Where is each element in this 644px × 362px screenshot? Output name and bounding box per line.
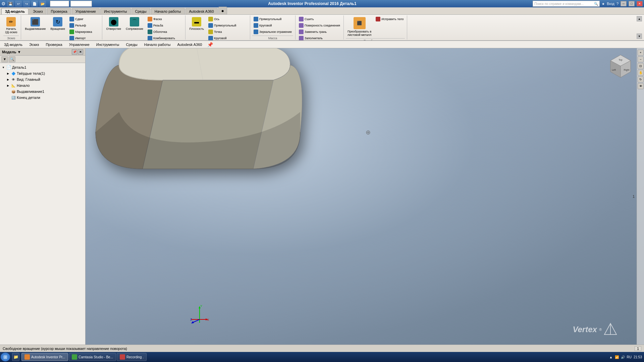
maximize-btn[interactable]: □ <box>629 1 635 6</box>
tree-item-end[interactable]: 🔚 Конец детали <box>5 95 85 101</box>
nav-rotate[interactable]: ↻ <box>638 76 644 82</box>
replace-face-btn[interactable]: Заменить грань <box>298 29 341 35</box>
menu-3d-model[interactable]: 3Д-модель <box>1 42 25 47</box>
nav-fit[interactable]: ⊡ <box>638 63 644 69</box>
tree-icon-part: 📄 <box>6 65 11 70</box>
menu-check[interactable]: Проверка <box>43 42 65 47</box>
menu-pin: 📌 <box>207 42 213 47</box>
point-btn[interactable]: Точка <box>207 29 248 35</box>
tray-arrow[interactable]: ▲ <box>609 355 613 359</box>
minimize-btn[interactable]: ─ <box>621 1 627 6</box>
search-input[interactable]: Поиск по справке и командам... 🔍 <box>533 1 600 7</box>
import-btn[interactable]: Импорт <box>68 35 100 41</box>
taskbar-files[interactable]: 📁 <box>12 353 19 361</box>
qa-new[interactable]: 📄 <box>31 1 38 7</box>
view-cube[interactable]: Top Left Right <box>607 53 634 80</box>
taskbar-inventor[interactable]: Autodesk Inventor Pr... <box>21 353 68 361</box>
view-dropdown[interactable]: По умолч. ▾ <box>70 1 92 7</box>
mass-mirror-btn[interactable]: Зеркальное отражение <box>252 29 293 35</box>
mass-rect-btn[interactable]: Прямоугольный <box>252 16 293 22</box>
chamfer-btn[interactable]: Фаска <box>146 16 183 22</box>
tray-volume[interactable]: 🔊 <box>621 355 625 359</box>
panel-close-btn[interactable]: ✕ <box>78 49 83 55</box>
menu-start[interactable]: Начало работы <box>142 42 173 47</box>
menu-tools[interactable]: Инструменты <box>94 42 122 47</box>
search-tree-btn[interactable]: 🔍 <box>9 56 15 62</box>
nav-zoom-out[interactable]: − <box>638 56 644 62</box>
tab-check[interactable]: Проверка <box>47 8 71 14</box>
ribbon-expand-btn[interactable]: ▼ <box>637 34 642 39</box>
tree-expand-solid[interactable]: ▶ <box>6 71 10 75</box>
ribbon-group-modify: ⬤ Отверстие ⌒ Сопряжение Фаска Резьба Об <box>102 15 185 40</box>
tab-tools[interactable]: Инструменты <box>100 8 131 14</box>
viewport-3d[interactable]: ⊕ X Y Z <box>86 48 644 345</box>
login-btn[interactable]: Вход <box>607 2 614 6</box>
circ-pattern-btn[interactable]: Круговой <box>207 35 248 41</box>
rect-pattern-btn[interactable]: Прямоугольный <box>207 22 248 28</box>
axis-btn[interactable]: Ось <box>207 16 248 22</box>
tree-expand-view[interactable]: ▶ <box>6 77 10 81</box>
tree-item-view[interactable]: ▶ 👁 Вид: Главный <box>5 76 85 82</box>
tree-item-part[interactable]: ▼ 📄 Деталь1 <box>1 64 85 70</box>
style-dropdown[interactable]: Типовые ▾ <box>50 1 69 7</box>
qa-open[interactable]: 📂 <box>39 1 46 7</box>
tab-plus[interactable]: ● <box>218 7 227 14</box>
axis-icon <box>208 17 213 21</box>
emboss-btn[interactable]: Рельеф <box>68 22 100 28</box>
surface-patch-btn[interactable]: Поверхность соединения <box>298 22 341 28</box>
convert-sheet-btn[interactable]: ⬛ Преобразовать влистовой металл <box>346 16 373 38</box>
thread-btn[interactable]: Резьба <box>146 22 183 28</box>
start-button[interactable]: ⊞ <box>1 353 10 361</box>
tab-a360[interactable]: Autodesk A360 <box>185 8 218 14</box>
vertex-text: Vertex <box>573 325 597 334</box>
nav-look-at[interactable]: 👁 <box>638 83 644 89</box>
stitch-btn[interactable]: Сшить <box>298 16 341 22</box>
combine-btn[interactable]: Комбинировать <box>146 35 183 41</box>
close-btn[interactable]: ✕ <box>637 1 643 6</box>
tab-3d-model[interactable]: 3Д-модель <box>1 8 29 14</box>
revolve-btn[interactable]: ↻ Вращение <box>49 16 67 32</box>
menu-sketch[interactable]: Эскиз <box>26 42 42 47</box>
tab-manage[interactable]: Управление <box>72 8 100 14</box>
mass-circ-icon <box>254 23 258 28</box>
tree-item-origin[interactable]: ▶ 📐 Начало <box>5 82 85 88</box>
tab-sketch[interactable]: Эскиз <box>29 8 46 14</box>
nav-zoom-in[interactable]: + <box>638 50 644 56</box>
extrude-btn[interactable]: ⬛ Выдавливание <box>23 16 47 32</box>
filter-btn[interactable]: ▼ <box>1 56 8 62</box>
menu-environments[interactable]: Среды <box>123 42 140 47</box>
tree-item-solid[interactable]: ▶ 🔷 Твёрдые тела(1) <box>5 70 85 76</box>
fillet-btn[interactable]: ⌒ Сопряжение <box>124 16 145 32</box>
qa-save[interactable]: 💾 <box>7 1 14 7</box>
menu-manage[interactable]: Управление <box>66 42 92 47</box>
nav-pan[interactable]: ✋ <box>638 70 644 76</box>
fix-body-btn[interactable]: Исправить тело <box>374 16 405 22</box>
title-bar-right: Поиск по справке и командам... 🔍 ★ Вход … <box>533 1 643 7</box>
ribbon-group-surface: Сшить Поверхность соединения Заменить гр… <box>296 15 344 40</box>
filler-btn[interactable]: Заполнитель <box>298 35 341 41</box>
loft-btn[interactable]: Сдвиг <box>68 16 100 22</box>
page-number: 1 <box>633 194 635 198</box>
shell-btn[interactable]: Оболочка <box>146 29 183 35</box>
help-icon[interactable]: ? <box>616 2 619 6</box>
ribbon-collapse-btn[interactable]: ▲ <box>637 16 642 21</box>
taskbar-camtasia[interactable]: Camtasia Studio - Be... <box>69 353 116 361</box>
taskbar-recording[interactable]: Recording . <box>117 353 147 361</box>
tab-start[interactable]: Начало работы <box>151 8 185 14</box>
hole-btn[interactable]: ⬤ Отверстие <box>104 16 122 32</box>
tree-expand-part[interactable]: ▼ <box>1 65 5 69</box>
recording-label: Recording . <box>126 355 144 359</box>
plane-btn[interactable]: ▬ Плоскость <box>187 16 206 32</box>
tree-item-extrude1[interactable]: 📦 Выдавливание1 <box>5 88 85 95</box>
mark-btn[interactable]: Маркировка <box>68 29 100 35</box>
mass-circ-btn[interactable]: Круговой <box>252 22 293 28</box>
panel-pin-btn[interactable]: 📌 <box>72 49 77 55</box>
start-sketch-btn[interactable]: ✏ Начать2Д-эскиз <box>3 16 19 35</box>
import-icon <box>69 36 74 41</box>
tab-environments[interactable]: Среды <box>131 8 150 14</box>
menu-a360[interactable]: Autodesk A360 <box>174 42 205 47</box>
help-btn[interactable]: ★ <box>602 2 605 6</box>
qa-redo[interactable]: ↪ <box>23 1 30 7</box>
qa-undo[interactable]: ↩ <box>15 1 22 7</box>
tree-expand-origin[interactable]: ▶ <box>6 83 10 87</box>
